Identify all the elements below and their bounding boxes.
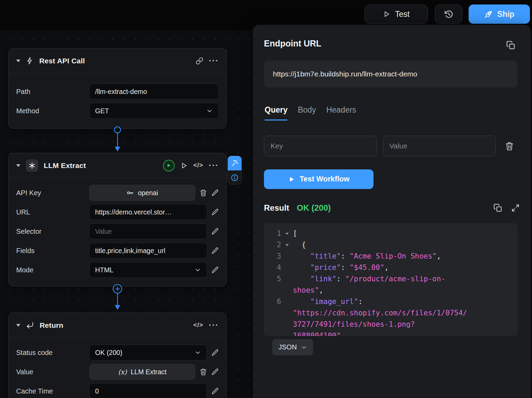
edit-pencil-icon[interactable]: [211, 349, 219, 356]
node-header: LLM Extract </> ···: [9, 153, 226, 178]
endpoint-panel: Endpoint URL https://j1bm7e.buildship.ru…: [253, 25, 531, 398]
edit-pencil-icon[interactable]: [211, 368, 219, 376]
trash-icon[interactable]: [200, 189, 207, 197]
more-menu-icon[interactable]: ···: [209, 161, 219, 169]
node-title: LLM Extract: [44, 161, 86, 170]
code-text: "image_url":: [293, 296, 367, 307]
cache-time-input[interactable]: [89, 383, 207, 398]
fold-chevron-icon[interactable]: [281, 239, 293, 251]
code-text: [: [293, 228, 297, 239]
ship-button[interactable]: Ship: [469, 4, 530, 24]
tab-headers[interactable]: Headers: [326, 105, 356, 121]
api-key-pill[interactable]: openai: [89, 185, 195, 201]
fields-input[interactable]: [89, 243, 207, 259]
edit-pencil-icon[interactable]: [211, 189, 219, 197]
trash-icon[interactable]: [200, 368, 207, 376]
value-ref-pill[interactable]: (x) LLM Extract: [89, 364, 195, 380]
node-body: Path Method GET: [9, 73, 226, 128]
chevron-down-icon: [194, 349, 201, 356]
node-header: Rest API Call ···: [9, 49, 226, 73]
mode-select[interactable]: HTML: [89, 262, 207, 278]
code-icon[interactable]: </>: [193, 162, 203, 169]
result-code-viewer[interactable]: 1[2 {3 "title": "Acme Slip-On Shoes",4 "…: [264, 223, 518, 336]
node-llm-extract[interactable]: LLM Extract </> ··· API Key openai: [8, 153, 227, 286]
expand-icon[interactable]: [511, 204, 520, 212]
edit-pencil-icon[interactable]: [211, 387, 219, 395]
format-label: JSON: [278, 343, 297, 351]
chevron-down-icon: [301, 344, 307, 350]
history-icon: [444, 10, 453, 19]
line-number: 5: [269, 273, 281, 285]
line-number: [269, 319, 281, 330]
edit-pencil-icon[interactable]: [211, 247, 219, 254]
param-value-input[interactable]: [383, 136, 496, 156]
param-key-input[interactable]: [264, 136, 377, 156]
add-node-connector[interactable]: [111, 284, 124, 313]
lightning-icon: [26, 57, 34, 65]
edit-pencil-icon[interactable]: [211, 228, 219, 235]
code-text: {: [293, 239, 306, 251]
selector-input[interactable]: [89, 223, 207, 239]
tab-query[interactable]: Query: [265, 105, 287, 121]
path-input[interactable]: [89, 84, 219, 100]
node-return[interactable]: Return </> ··· Status code OK (200) Valu…: [8, 313, 227, 398]
collapse-chevron-icon[interactable]: [16, 324, 20, 327]
result-status-badge: OK (200): [297, 203, 331, 213]
copy-icon[interactable]: [493, 203, 502, 212]
fold-spacer: [281, 296, 293, 307]
method-select[interactable]: GET: [89, 103, 219, 119]
test-workflow-button[interactable]: Test Workflow: [264, 169, 374, 189]
status-code-select[interactable]: OK (200): [89, 345, 207, 360]
fold-spacer: [281, 330, 293, 336]
code-line: "https://cdn.shopify.com/s/files/1/0754/: [269, 307, 511, 319]
edit-pencil-icon[interactable]: [211, 266, 219, 274]
edit-pencil-icon[interactable]: [211, 208, 219, 216]
code-text: 1688004100": [293, 330, 341, 336]
code-text: "https://cdn.shopify.com/s/files/1/0754/: [293, 307, 467, 319]
result-label: Result: [264, 203, 289, 213]
play-icon: [288, 176, 295, 183]
value-ref-name: LLM Extract: [131, 368, 166, 376]
line-number: 2: [269, 239, 281, 251]
line-number: 1: [269, 228, 281, 239]
more-menu-icon[interactable]: ···: [209, 57, 219, 65]
url-input[interactable]: https://demo.vercel.stor…: [89, 204, 207, 220]
play-icon[interactable]: [180, 162, 188, 169]
play-icon: [383, 10, 390, 18]
code-line: shoes",: [269, 285, 511, 296]
result-header: Result OK (200): [264, 203, 520, 213]
code-text: shoes",: [293, 285, 324, 296]
code-text: 3727/7491/files/shoes-1.png?: [293, 319, 415, 330]
info-icon[interactable]: [228, 170, 242, 185]
code-line: 3727/7491/files/shoes-1.png?: [269, 319, 511, 330]
tab-body[interactable]: Body: [298, 105, 316, 121]
magic-wand-icon[interactable]: [228, 156, 242, 170]
ship-button-label: Ship: [497, 10, 514, 19]
run-node-button[interactable]: [163, 160, 175, 171]
collapse-chevron-icon[interactable]: [16, 60, 20, 62]
fold-spacer: [281, 273, 293, 285]
endpoint-url-field[interactable]: https://j1bm7e.buildship.run/llm-extract…: [264, 61, 518, 87]
endpoint-url-value: https://j1bm7e.buildship.run/llm-extract…: [273, 70, 417, 78]
fold-spacer: [281, 319, 293, 330]
node-rest-api-call[interactable]: Rest API Call ··· Path Method GET: [8, 48, 227, 129]
format-select[interactable]: JSON: [272, 339, 313, 355]
more-menu-icon[interactable]: ···: [209, 321, 219, 329]
fold-chevron-icon[interactable]: [281, 228, 293, 239]
code-lines: 1[2 {3 "title": "Acme Slip-On Shoes",4 "…: [269, 228, 511, 336]
copy-icon[interactable]: [506, 41, 515, 50]
method-label: Method: [16, 107, 85, 115]
selector-label: Selector: [16, 228, 85, 235]
trash-icon[interactable]: [505, 142, 514, 151]
code-line: 6 "image_url":: [269, 296, 511, 307]
code-line: 4 "price": "$45.00",: [269, 262, 511, 273]
code-icon[interactable]: </>: [193, 322, 203, 329]
link-icon[interactable]: [196, 57, 203, 65]
code-line: 1688004100": [269, 330, 511, 336]
node-title: Rest API Call: [39, 57, 85, 65]
history-button[interactable]: [435, 4, 462, 24]
test-button[interactable]: Test: [365, 4, 428, 24]
test-workflow-label: Test Workflow: [300, 175, 350, 184]
code-line: 2 {: [269, 239, 511, 251]
collapse-chevron-icon[interactable]: [16, 164, 20, 167]
